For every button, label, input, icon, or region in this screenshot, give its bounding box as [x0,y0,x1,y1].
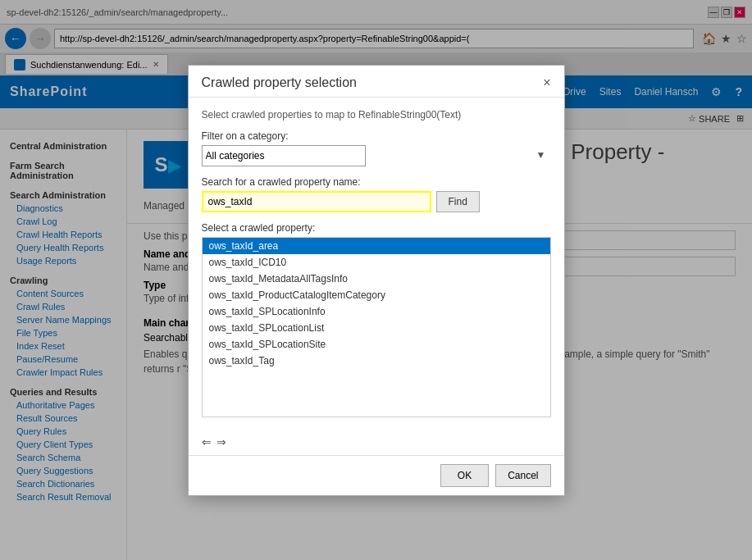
search-label: Search for a crawled property name: [202,176,551,188]
modal-header: Crawled property selection × [189,66,564,98]
find-button[interactable]: Find [436,191,480,212]
modal-body: Select crawled properties to map to Refi… [189,98,564,429]
cancel-button[interactable]: Cancel [495,464,550,487]
filter-select[interactable]: All categoriesBasicBusiness DataMetadata… [202,145,366,166]
search-input[interactable] [202,191,431,212]
modal-close-button[interactable]: × [543,75,550,90]
modal-arrows: ⇐ ⇒ [189,429,564,455]
property-item-5[interactable]: ows_taxId_SPLocationList [203,320,550,336]
right-arrow-button[interactable]: ⇒ [216,435,226,448]
modal-footer: OK Cancel [189,455,564,495]
property-item-7[interactable]: ows_taxId_Tag [203,353,550,369]
filter-label: Filter on a category: [202,130,551,142]
modal-dialog: Crawled property selection × Select craw… [188,65,565,496]
property-item-0[interactable]: ows_taxId_area [203,238,550,254]
ok-button[interactable]: OK [440,464,489,487]
property-item-4[interactable]: ows_taxId_SPLocationInfo [203,303,550,320]
modal-overlay: Crawled property selection × Select craw… [0,0,752,560]
modal-title: Crawled property selection [202,75,357,90]
search-row: Find [202,191,551,212]
select-arrow-icon: ▼ [536,149,546,161]
filter-select-wrap: All categoriesBasicBusiness DataMetadata… [202,145,551,166]
left-arrow-button[interactable]: ⇐ [202,435,212,448]
property-list[interactable]: ows_taxId_area ows_taxId_ICD10 ows_taxId… [202,237,551,417]
property-item-2[interactable]: ows_taxId_MetadataAllTagsInfo [203,271,550,287]
property-list-label: Select a crawled property: [202,222,551,234]
property-item-6[interactable]: ows_taxId_SPLocationSite [203,336,550,353]
property-item-1[interactable]: ows_taxId_ICD10 [203,254,550,271]
property-item-3[interactable]: ows_taxId_ProductCatalogItemCategory [203,287,550,303]
modal-subtitle: Select crawled properties to map to Refi… [202,109,551,121]
